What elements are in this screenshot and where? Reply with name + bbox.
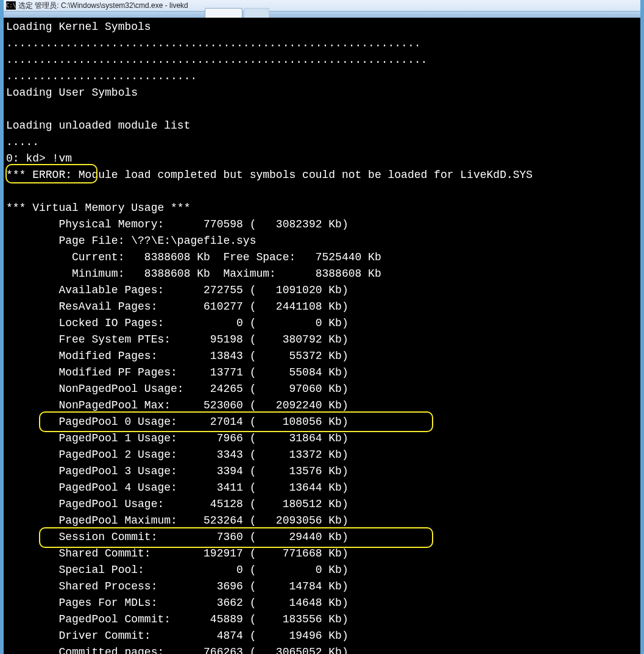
tab-active[interactable] — [205, 8, 242, 18]
tab-strip — [4, 12, 640, 18]
cmd-icon: C:\ — [6, 1, 16, 10]
line-session-commit: Session Commit: 7360 ( 29440 Kb) — [6, 531, 349, 543]
tab-inactive[interactable] — [244, 8, 269, 18]
line-pf-current: Current: 8388608 Kb Free Space: 7525440 … — [6, 251, 381, 263]
line-loading-user: Loading User Symbols — [6, 87, 138, 99]
line-dots: ............................. — [6, 70, 197, 82]
line-vm-header: *** Virtual Memory Usage *** — [6, 202, 190, 214]
console-output[interactable]: Loading Kernel Symbols .................… — [4, 18, 640, 654]
line-kd-prompt: 0: kd> !vm — [6, 152, 72, 165]
line-modified-pages: Modified Pages: 13843 ( 55372 Kb) — [6, 350, 349, 362]
line-page-file: Page File: \??\E:\pagefile.sys — [6, 235, 256, 247]
line-modified-pf: Modified PF Pages: 13771 ( 55084 Kb) — [6, 366, 349, 379]
line-dots: ..... — [6, 136, 39, 148]
line-nonpaged-max: NonPagedPool Max: 523060 ( 2092240 Kb) — [6, 399, 349, 411]
line-available-pages: Available Pages: 272755 ( 1091020 Kb) — [6, 284, 349, 296]
line-dots: ........................................… — [6, 54, 427, 66]
line-free-ptes: Free System PTEs: 95198 ( 380792 Kb) — [6, 333, 349, 346]
line-loading-unloaded: Loading unloaded module list — [6, 119, 190, 132]
line-locked-io: Locked IO Pages: 0 ( 0 Kb) — [6, 317, 349, 329]
line-pagedpool-commit: PagedPool Commit: 45889 ( 183556 Kb) — [6, 613, 349, 625]
cmd-window: C:\ 选定 管理员: C:\Windows\system32\cmd.exe … — [0, 0, 644, 654]
line-pagedpool-1: PagedPool 1 Usage: 7966 ( 31864 Kb) — [6, 432, 349, 444]
line-pagedpool-usage: PagedPool Usage: 45128 ( 180512 Kb) — [6, 498, 349, 510]
line-physical-memory: Physical Memory: 770598 ( 3082392 Kb) — [6, 218, 349, 230]
line-resavail-pages: ResAvail Pages: 610277 ( 2441108 Kb) — [6, 300, 349, 313]
window-title: 选定 管理员: C:\Windows\system32\cmd.exe - li… — [18, 1, 188, 11]
line-dots: ........................................… — [6, 37, 421, 49]
line-committed-pages: Committed pages: 766263 ( 3065052 Kb) — [6, 646, 349, 654]
line-pages-mdls: Pages For MDLs: 3662 ( 14648 Kb) — [6, 597, 349, 609]
line-nonpaged-usage: NonPagedPool Usage: 24265 ( 97060 Kb) — [6, 383, 349, 395]
line-pf-minimum: Minimum: 8388608 Kb Maximum: 8388608 Kb — [6, 268, 381, 280]
line-special-pool: Special Pool: 0 ( 0 Kb) — [6, 564, 349, 576]
line-pagedpool-4: PagedPool 4 Usage: 3411 ( 13644 Kb) — [6, 482, 349, 494]
line-pagedpool-max: PagedPool Maximum: 523264 ( 2093056 Kb) — [6, 514, 349, 527]
window-titlebar[interactable]: C:\ 选定 管理员: C:\Windows\system32\cmd.exe … — [4, 0, 640, 12]
line-loading-kernel: Loading Kernel Symbols — [6, 21, 151, 33]
line-pagedpool-3: PagedPool 3 Usage: 3394 ( 13576 Kb) — [6, 465, 349, 477]
console-area[interactable]: Loading Kernel Symbols .................… — [4, 18, 640, 654]
line-error: *** ERROR: Module load completed but sym… — [6, 169, 533, 181]
line-shared-process: Shared Process: 3696 ( 14784 Kb) — [6, 580, 349, 592]
line-shared-commit: Shared Commit: 192917 ( 771668 Kb) — [6, 547, 349, 560]
line-pagedpool-0: PagedPool 0 Usage: 27014 ( 108056 Kb) — [6, 416, 349, 428]
line-pagedpool-2: PagedPool 2 Usage: 3343 ( 13372 Kb) — [6, 449, 349, 461]
line-driver-commit: Driver Commit: 4874 ( 19496 Kb) — [6, 630, 349, 642]
